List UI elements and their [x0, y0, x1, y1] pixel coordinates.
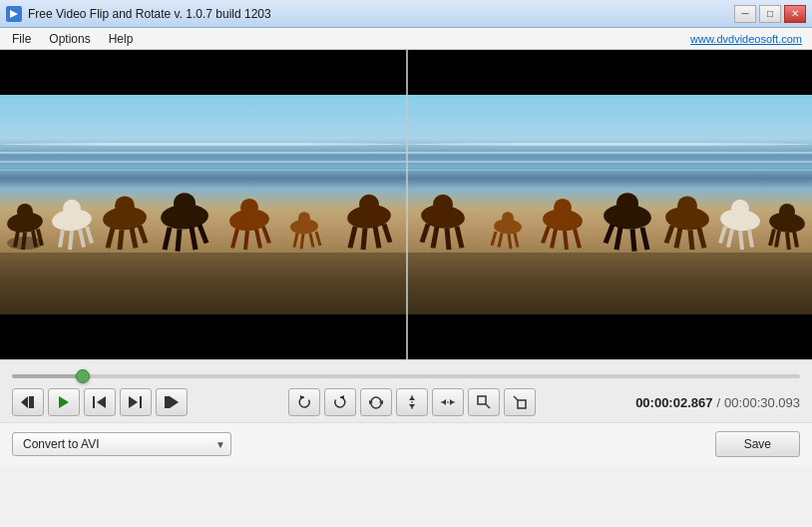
svg-marker-87	[21, 396, 28, 408]
menu-help[interactable]: Help	[101, 30, 142, 48]
save-button[interactable]: Save	[715, 431, 800, 457]
svg-marker-104	[442, 399, 446, 405]
svg-line-47	[794, 231, 797, 248]
seek-thumb[interactable]	[76, 369, 90, 383]
svg-point-70	[554, 199, 572, 217]
rotate-180-button[interactable]	[360, 388, 392, 416]
svg-line-16	[108, 229, 113, 249]
svg-line-59	[699, 229, 704, 249]
svg-line-107	[486, 404, 490, 408]
maximize-button[interactable]: □	[759, 5, 781, 23]
svg-line-29	[245, 231, 247, 250]
svg-line-53	[749, 229, 752, 247]
rotate-cw-button[interactable]	[324, 388, 356, 416]
svg-line-31	[263, 227, 269, 244]
svg-line-72	[565, 231, 567, 250]
svg-point-21	[174, 193, 196, 214]
svg-line-12	[80, 229, 84, 247]
svg-line-79	[499, 234, 502, 248]
svg-line-10	[60, 229, 63, 247]
svg-marker-95	[170, 396, 179, 408]
fast-forward-button[interactable]	[156, 388, 188, 416]
svg-line-36	[310, 234, 313, 248]
svg-marker-96	[300, 395, 304, 399]
svg-line-25	[200, 225, 206, 243]
svg-line-23	[178, 229, 180, 251]
playback-row: 00:00:02.867 / 00:00:30.093	[12, 388, 800, 416]
svg-line-49	[776, 231, 779, 248]
svg-rect-108	[518, 400, 526, 408]
controls-area: 00:00:02.867 / 00:00:30.093	[0, 359, 812, 422]
step-forward-button[interactable]	[120, 388, 152, 416]
svg-line-85	[433, 227, 437, 248]
menu-file[interactable]: File	[4, 30, 39, 48]
bottom-bar: Convert to AVIConvert to MP4Convert to M…	[0, 422, 812, 465]
seek-progress	[12, 374, 83, 378]
svg-line-78	[509, 234, 511, 249]
svg-line-24	[192, 228, 196, 250]
svg-point-33	[298, 212, 310, 225]
playback-controls	[12, 388, 188, 416]
svg-point-3	[17, 204, 33, 221]
svg-line-37	[316, 232, 320, 246]
svg-line-22	[165, 228, 170, 250]
close-button[interactable]: ✕	[784, 5, 806, 23]
svg-line-13	[87, 227, 92, 244]
app-icon	[6, 6, 22, 22]
play-button[interactable]	[48, 388, 80, 416]
svg-line-66	[632, 229, 634, 251]
menu-items: File Options Help	[4, 30, 141, 48]
convert-select[interactable]: Convert to AVIConvert to MP4Convert to M…	[12, 432, 231, 456]
rewind-button[interactable]	[12, 388, 44, 416]
svg-line-109	[514, 396, 518, 400]
transform-controls	[288, 388, 536, 416]
svg-point-27	[240, 199, 258, 217]
website-link[interactable]: www.dvdvideosoft.com	[690, 33, 808, 45]
svg-line-40	[350, 227, 355, 248]
svg-line-67	[616, 228, 620, 250]
seek-bar[interactable]	[12, 374, 800, 378]
svg-line-68	[606, 225, 612, 243]
svg-line-28	[232, 229, 237, 248]
title-controls: ─ □ ✕	[734, 5, 806, 23]
svg-marker-105	[450, 399, 454, 405]
svg-line-83	[457, 227, 462, 248]
crop-right-button[interactable]	[504, 388, 536, 416]
step-back-button[interactable]	[84, 388, 116, 416]
rotate-ccw-button[interactable]	[288, 388, 320, 416]
svg-line-77	[515, 234, 518, 248]
flip-horizontal-button[interactable]	[432, 388, 464, 416]
svg-point-52	[731, 200, 749, 218]
svg-line-61	[676, 229, 680, 249]
crop-left-button[interactable]	[468, 388, 500, 416]
svg-marker-101	[409, 396, 415, 400]
svg-line-48	[787, 233, 789, 250]
svg-line-50	[770, 229, 774, 246]
menu-bar: File Options Help www.dvdvideosoft.com	[0, 28, 812, 50]
svg-point-64	[616, 193, 638, 214]
svg-point-46	[779, 204, 795, 221]
svg-line-17	[120, 230, 122, 250]
svg-line-62	[666, 226, 672, 243]
svg-line-41	[363, 229, 365, 250]
time-total: 00:00:30.093	[724, 395, 800, 410]
svg-line-42	[375, 227, 379, 248]
beach-scene-left	[0, 95, 406, 314]
svg-line-84	[447, 229, 449, 250]
svg-rect-93	[140, 396, 142, 408]
svg-rect-88	[29, 396, 34, 408]
minimize-button[interactable]: ─	[734, 5, 756, 23]
time-separator: /	[716, 395, 720, 410]
svg-line-18	[132, 229, 136, 249]
menu-options[interactable]: Options	[41, 30, 98, 48]
svg-marker-97	[340, 395, 344, 399]
svg-point-15	[115, 196, 135, 216]
svg-point-44	[7, 237, 43, 250]
convert-select-wrapper: Convert to AVIConvert to MP4Convert to M…	[12, 432, 231, 456]
svg-line-19	[140, 226, 146, 243]
svg-line-30	[256, 229, 260, 248]
title-bar-left: Free Video Flip and Rotate v. 1.0.7 buil…	[6, 6, 271, 22]
svg-point-82	[433, 195, 453, 215]
beach-scene-right	[406, 95, 812, 314]
flip-vertical-button[interactable]	[396, 388, 428, 416]
